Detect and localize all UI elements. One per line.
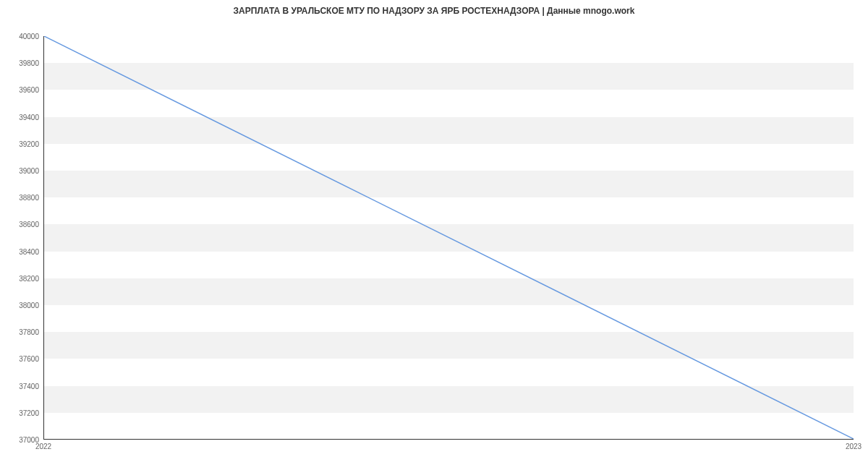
- grid-band: [44, 171, 854, 197]
- chart-title: ЗАРПЛАТА В УРАЛЬСКОЕ МТУ ПО НАДЗОРУ ЗА Я…: [0, 6, 868, 16]
- grid-band: [44, 278, 854, 305]
- y-tick-label: 38400: [10, 247, 39, 255]
- y-tick-label: 39800: [10, 59, 39, 67]
- y-tick-label: 39000: [10, 167, 39, 175]
- y-tick-label: 39400: [10, 113, 39, 121]
- y-tick-label: 38200: [10, 274, 39, 282]
- y-tick-label: 38800: [10, 194, 39, 202]
- grid-band: [44, 224, 854, 251]
- grid-band: [44, 386, 854, 413]
- y-tick-label: 37400: [10, 382, 39, 390]
- y-tick-label: 37600: [10, 355, 39, 363]
- y-tick-label: 39200: [10, 140, 39, 148]
- y-tick-label: 37800: [10, 328, 39, 336]
- y-tick-label: 39600: [10, 86, 39, 94]
- grid-band: [44, 63, 854, 90]
- grid-band: [44, 117, 854, 144]
- x-tick-label: 2022: [35, 443, 51, 450]
- y-tick-label: 38600: [10, 221, 39, 228]
- y-tick-label: 38000: [10, 302, 39, 309]
- x-tick-label: 2023: [846, 443, 861, 450]
- y-tick-label: 40000: [10, 33, 39, 40]
- y-tick-label: 37200: [10, 409, 39, 416]
- plot-area: [43, 36, 854, 440]
- grid-band: [44, 332, 854, 359]
